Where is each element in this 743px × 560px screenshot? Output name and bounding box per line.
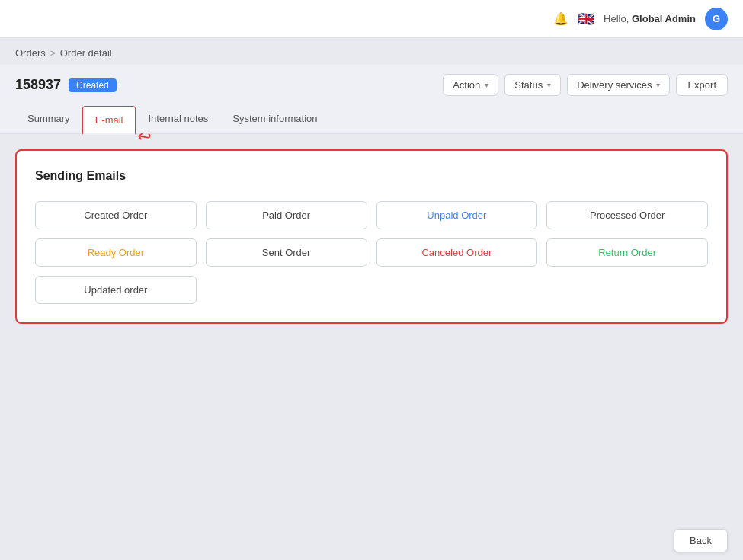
breadcrumb: Orders > Order detail bbox=[0, 38, 743, 65]
processed-order-button[interactable]: Processed Order bbox=[546, 201, 708, 229]
paid-order-button[interactable]: Paid Order bbox=[206, 201, 367, 229]
delivery-chevron-icon: ▾ bbox=[656, 81, 660, 89]
status-badge: Created bbox=[69, 78, 117, 92]
breadcrumb-current: Order detail bbox=[60, 47, 112, 59]
bell-icon[interactable]: 🔔 bbox=[553, 11, 568, 26]
email-card-title: Sending Emails bbox=[35, 169, 708, 183]
email-card: Sending Emails Created Order Paid Order … bbox=[15, 149, 728, 324]
export-button[interactable]: Export bbox=[676, 74, 728, 96]
action-dropdown-button[interactable]: Action ▾ bbox=[443, 74, 498, 96]
sent-order-button[interactable]: Sent Order bbox=[206, 238, 367, 267]
tab-summary[interactable]: Summary bbox=[15, 105, 82, 133]
footer-bar: Back bbox=[0, 521, 743, 560]
ready-order-button[interactable]: Ready Order bbox=[35, 238, 197, 267]
action-chevron-icon: ▾ bbox=[485, 81, 488, 89]
delivery-services-dropdown-button[interactable]: Delivery services ▾ bbox=[567, 74, 670, 96]
breadcrumb-orders-link[interactable]: Orders bbox=[15, 47, 46, 59]
return-order-button[interactable]: Return Order bbox=[546, 238, 708, 267]
topbar: 🔔 🇬🇧 Hello, Global Admin G bbox=[0, 0, 743, 38]
status-dropdown-button[interactable]: Status ▾ bbox=[504, 74, 561, 96]
breadcrumb-separator: > bbox=[50, 48, 56, 59]
tabs-bar: Summary E-mail ↩ Internal notes System i… bbox=[0, 105, 743, 134]
order-id: 158937 bbox=[15, 77, 61, 93]
tab-internal-notes[interactable]: Internal notes bbox=[136, 105, 220, 133]
canceled-order-button[interactable]: Canceled Order bbox=[376, 238, 538, 267]
unpaid-order-button[interactable]: Unpaid Order bbox=[376, 201, 538, 229]
tab-system-information[interactable]: System information bbox=[220, 105, 329, 133]
email-buttons-grid: Created Order Paid Order Unpaid Order Pr… bbox=[35, 201, 708, 304]
tab-email[interactable]: E-mail bbox=[82, 106, 136, 135]
back-button[interactable]: Back bbox=[674, 529, 728, 552]
updated-order-button[interactable]: Updated order bbox=[35, 276, 197, 304]
main-content: Sending Emails Created Order Paid Order … bbox=[0, 134, 743, 339]
avatar[interactable]: G bbox=[705, 8, 728, 30]
language-flag-icon[interactable]: 🇬🇧 bbox=[578, 11, 594, 27]
page-header: 158937 Created Action ▾ Status ▾ Deliver… bbox=[0, 65, 743, 105]
status-chevron-icon: ▾ bbox=[547, 81, 551, 89]
created-order-button[interactable]: Created Order bbox=[35, 201, 197, 229]
greeting-text: Hello, Global Admin bbox=[604, 13, 696, 24]
